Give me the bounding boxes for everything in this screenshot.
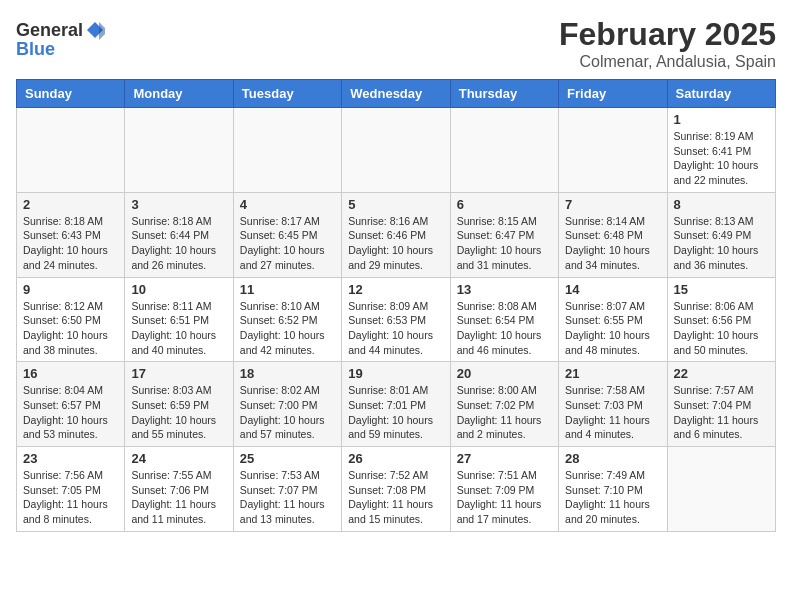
day-info: Sunrise: 7:53 AM Sunset: 7:07 PM Dayligh… bbox=[240, 468, 335, 527]
day-info: Sunrise: 8:10 AM Sunset: 6:52 PM Dayligh… bbox=[240, 299, 335, 358]
day-info: Sunrise: 7:49 AM Sunset: 7:10 PM Dayligh… bbox=[565, 468, 660, 527]
day-info: Sunrise: 8:04 AM Sunset: 6:57 PM Dayligh… bbox=[23, 383, 118, 442]
calendar-cell bbox=[667, 447, 775, 532]
calendar-cell: 28Sunrise: 7:49 AM Sunset: 7:10 PM Dayli… bbox=[559, 447, 667, 532]
day-number: 1 bbox=[674, 112, 769, 127]
day-number: 27 bbox=[457, 451, 552, 466]
calendar-table: SundayMondayTuesdayWednesdayThursdayFrid… bbox=[16, 79, 776, 532]
day-number: 2 bbox=[23, 197, 118, 212]
day-info: Sunrise: 8:16 AM Sunset: 6:46 PM Dayligh… bbox=[348, 214, 443, 273]
calendar-cell: 1Sunrise: 8:19 AM Sunset: 6:41 PM Daylig… bbox=[667, 108, 775, 193]
week-row-1: 1Sunrise: 8:19 AM Sunset: 6:41 PM Daylig… bbox=[17, 108, 776, 193]
day-info: Sunrise: 7:52 AM Sunset: 7:08 PM Dayligh… bbox=[348, 468, 443, 527]
calendar-cell: 23Sunrise: 7:56 AM Sunset: 7:05 PM Dayli… bbox=[17, 447, 125, 532]
title-area: February 2025 Colmenar, Andalusia, Spain bbox=[559, 16, 776, 71]
day-number: 15 bbox=[674, 282, 769, 297]
calendar-cell: 19Sunrise: 8:01 AM Sunset: 7:01 PM Dayli… bbox=[342, 362, 450, 447]
calendar-cell bbox=[233, 108, 341, 193]
calendar-cell: 27Sunrise: 7:51 AM Sunset: 7:09 PM Dayli… bbox=[450, 447, 558, 532]
calendar-cell: 7Sunrise: 8:14 AM Sunset: 6:48 PM Daylig… bbox=[559, 192, 667, 277]
day-number: 28 bbox=[565, 451, 660, 466]
day-number: 25 bbox=[240, 451, 335, 466]
calendar-cell: 18Sunrise: 8:02 AM Sunset: 7:00 PM Dayli… bbox=[233, 362, 341, 447]
calendar-cell bbox=[559, 108, 667, 193]
day-number: 9 bbox=[23, 282, 118, 297]
weekday-header-saturday: Saturday bbox=[667, 80, 775, 108]
calendar-cell bbox=[17, 108, 125, 193]
calendar-cell: 3Sunrise: 8:18 AM Sunset: 6:44 PM Daylig… bbox=[125, 192, 233, 277]
day-info: Sunrise: 8:18 AM Sunset: 6:44 PM Dayligh… bbox=[131, 214, 226, 273]
day-number: 4 bbox=[240, 197, 335, 212]
day-info: Sunrise: 8:13 AM Sunset: 6:49 PM Dayligh… bbox=[674, 214, 769, 273]
day-number: 7 bbox=[565, 197, 660, 212]
month-title: February 2025 bbox=[559, 16, 776, 53]
day-info: Sunrise: 8:15 AM Sunset: 6:47 PM Dayligh… bbox=[457, 214, 552, 273]
day-number: 26 bbox=[348, 451, 443, 466]
day-info: Sunrise: 7:56 AM Sunset: 7:05 PM Dayligh… bbox=[23, 468, 118, 527]
calendar-cell: 12Sunrise: 8:09 AM Sunset: 6:53 PM Dayli… bbox=[342, 277, 450, 362]
day-number: 22 bbox=[674, 366, 769, 381]
calendar-cell: 5Sunrise: 8:16 AM Sunset: 6:46 PM Daylig… bbox=[342, 192, 450, 277]
calendar-cell: 22Sunrise: 7:57 AM Sunset: 7:04 PM Dayli… bbox=[667, 362, 775, 447]
day-number: 23 bbox=[23, 451, 118, 466]
day-info: Sunrise: 8:11 AM Sunset: 6:51 PM Dayligh… bbox=[131, 299, 226, 358]
calendar-cell: 10Sunrise: 8:11 AM Sunset: 6:51 PM Dayli… bbox=[125, 277, 233, 362]
week-row-5: 23Sunrise: 7:56 AM Sunset: 7:05 PM Dayli… bbox=[17, 447, 776, 532]
day-number: 21 bbox=[565, 366, 660, 381]
day-number: 19 bbox=[348, 366, 443, 381]
day-info: Sunrise: 8:12 AM Sunset: 6:50 PM Dayligh… bbox=[23, 299, 118, 358]
day-info: Sunrise: 8:01 AM Sunset: 7:01 PM Dayligh… bbox=[348, 383, 443, 442]
day-number: 24 bbox=[131, 451, 226, 466]
day-number: 16 bbox=[23, 366, 118, 381]
weekday-header-friday: Friday bbox=[559, 80, 667, 108]
day-info: Sunrise: 8:07 AM Sunset: 6:55 PM Dayligh… bbox=[565, 299, 660, 358]
day-info: Sunrise: 8:06 AM Sunset: 6:56 PM Dayligh… bbox=[674, 299, 769, 358]
day-number: 18 bbox=[240, 366, 335, 381]
location-title: Colmenar, Andalusia, Spain bbox=[559, 53, 776, 71]
day-number: 12 bbox=[348, 282, 443, 297]
calendar-cell: 26Sunrise: 7:52 AM Sunset: 7:08 PM Dayli… bbox=[342, 447, 450, 532]
weekday-header-row: SundayMondayTuesdayWednesdayThursdayFrid… bbox=[17, 80, 776, 108]
weekday-header-tuesday: Tuesday bbox=[233, 80, 341, 108]
day-number: 14 bbox=[565, 282, 660, 297]
day-info: Sunrise: 8:02 AM Sunset: 7:00 PM Dayligh… bbox=[240, 383, 335, 442]
calendar-cell: 8Sunrise: 8:13 AM Sunset: 6:49 PM Daylig… bbox=[667, 192, 775, 277]
calendar-cell: 21Sunrise: 7:58 AM Sunset: 7:03 PM Dayli… bbox=[559, 362, 667, 447]
day-info: Sunrise: 8:19 AM Sunset: 6:41 PM Dayligh… bbox=[674, 129, 769, 188]
day-number: 6 bbox=[457, 197, 552, 212]
weekday-header-thursday: Thursday bbox=[450, 80, 558, 108]
day-info: Sunrise: 7:55 AM Sunset: 7:06 PM Dayligh… bbox=[131, 468, 226, 527]
logo-icon bbox=[85, 20, 105, 40]
day-info: Sunrise: 7:51 AM Sunset: 7:09 PM Dayligh… bbox=[457, 468, 552, 527]
day-info: Sunrise: 8:00 AM Sunset: 7:02 PM Dayligh… bbox=[457, 383, 552, 442]
calendar-cell: 4Sunrise: 8:17 AM Sunset: 6:45 PM Daylig… bbox=[233, 192, 341, 277]
calendar-cell bbox=[125, 108, 233, 193]
calendar-cell bbox=[342, 108, 450, 193]
day-info: Sunrise: 8:08 AM Sunset: 6:54 PM Dayligh… bbox=[457, 299, 552, 358]
day-number: 13 bbox=[457, 282, 552, 297]
week-row-2: 2Sunrise: 8:18 AM Sunset: 6:43 PM Daylig… bbox=[17, 192, 776, 277]
calendar-cell: 25Sunrise: 7:53 AM Sunset: 7:07 PM Dayli… bbox=[233, 447, 341, 532]
calendar-cell: 6Sunrise: 8:15 AM Sunset: 6:47 PM Daylig… bbox=[450, 192, 558, 277]
logo: General Blue bbox=[16, 20, 105, 59]
day-number: 5 bbox=[348, 197, 443, 212]
day-info: Sunrise: 8:03 AM Sunset: 6:59 PM Dayligh… bbox=[131, 383, 226, 442]
day-number: 3 bbox=[131, 197, 226, 212]
calendar-cell bbox=[450, 108, 558, 193]
page-header: General Blue February 2025 Colmenar, And… bbox=[16, 16, 776, 71]
calendar-cell: 15Sunrise: 8:06 AM Sunset: 6:56 PM Dayli… bbox=[667, 277, 775, 362]
day-number: 11 bbox=[240, 282, 335, 297]
calendar-cell: 24Sunrise: 7:55 AM Sunset: 7:06 PM Dayli… bbox=[125, 447, 233, 532]
day-number: 20 bbox=[457, 366, 552, 381]
calendar-cell: 14Sunrise: 8:07 AM Sunset: 6:55 PM Dayli… bbox=[559, 277, 667, 362]
day-info: Sunrise: 8:09 AM Sunset: 6:53 PM Dayligh… bbox=[348, 299, 443, 358]
week-row-3: 9Sunrise: 8:12 AM Sunset: 6:50 PM Daylig… bbox=[17, 277, 776, 362]
weekday-header-sunday: Sunday bbox=[17, 80, 125, 108]
weekday-header-monday: Monday bbox=[125, 80, 233, 108]
weekday-header-wednesday: Wednesday bbox=[342, 80, 450, 108]
day-number: 10 bbox=[131, 282, 226, 297]
day-number: 17 bbox=[131, 366, 226, 381]
calendar-cell: 20Sunrise: 8:00 AM Sunset: 7:02 PM Dayli… bbox=[450, 362, 558, 447]
logo-blue: Blue bbox=[16, 39, 55, 59]
calendar-body: 1Sunrise: 8:19 AM Sunset: 6:41 PM Daylig… bbox=[17, 108, 776, 532]
